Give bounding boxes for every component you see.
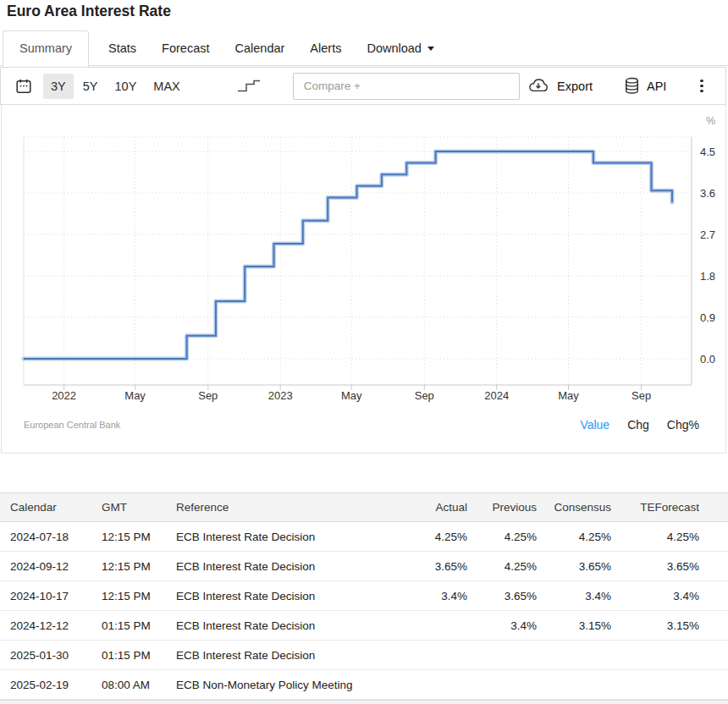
cell: 3.65% (388, 560, 467, 573)
cell: 08:00 AM (102, 679, 176, 691)
cell: 3.4% (388, 590, 467, 602)
cell: 3.15% (611, 619, 699, 632)
column-header-previous: Previous (467, 501, 537, 514)
table-row[interactable]: 2024-10-1712:15 PMECB Interest Rate Deci… (0, 581, 728, 611)
x-tick-label: Sep (415, 389, 434, 402)
y-tick-label: 1.8 (700, 270, 715, 283)
cell: 4.25% (537, 531, 611, 543)
step-line-icon[interactable] (237, 80, 261, 92)
cell: 2024-09-12 (0, 560, 102, 573)
chart-toolbar: 3Y5Y10YMAX Export API (0, 67, 726, 105)
export-button[interactable]: Export (527, 78, 593, 94)
column-header-actual: Actual (388, 501, 467, 514)
tab-calendar[interactable]: Calendar (223, 30, 298, 66)
api-label: API (647, 80, 666, 93)
cell: 01:15 PM (102, 649, 176, 662)
table-row[interactable]: 2025-02-1908:00 AMECB Non-Monetary Polic… (0, 670, 728, 700)
cell: 4.25% (611, 531, 699, 543)
cell: 2024-10-17 (0, 590, 102, 602)
x-tick-label: 2024 (484, 389, 509, 402)
x-tick-label: 2022 (52, 389, 76, 402)
tab-alerts[interactable]: Alerts (297, 30, 354, 66)
x-tick-label: Sep (631, 389, 651, 402)
y-axis-unit-label: % (706, 115, 715, 127)
cell: 2025-02-19 (0, 679, 102, 691)
tab-forecast[interactable]: Forecast (149, 30, 222, 66)
chart-link-value[interactable]: Value (580, 418, 609, 432)
table-header: CalendarGMTReferenceActualPreviousConsen… (0, 492, 728, 522)
cell: ECB Interest Rate Decision (176, 560, 388, 573)
x-tick-label: May (558, 389, 579, 402)
cell: ECB Interest Rate Decision (176, 531, 388, 543)
next-section-header-partial (0, 700, 728, 704)
cell: 12:15 PM (102, 560, 176, 573)
tab-download[interactable]: Download (354, 30, 447, 66)
x-tick-label: Sep (198, 389, 218, 402)
y-tick-label: 0.0 (700, 353, 715, 366)
chart-mode-links: ValueChgChg% (580, 418, 699, 432)
table-row[interactable]: 2025-01-3001:15 PMECB Interest Rate Deci… (0, 641, 728, 670)
x-tick-label: May (341, 389, 362, 402)
column-header-reference: Reference (176, 501, 388, 514)
y-tick-label: 3.6 (700, 187, 715, 200)
column-header-consensus: Consensus (537, 501, 611, 514)
tab-stats[interactable]: Stats (96, 30, 149, 66)
cell: 4.25% (467, 531, 537, 543)
range-buttons: 3Y5Y10YMAX (43, 74, 190, 99)
table-row[interactable]: 2024-07-1812:15 PMECB Interest Rate Deci… (0, 522, 728, 552)
chart-link-chg[interactable]: Chg (627, 418, 649, 432)
table-row[interactable]: 2024-09-1212:15 PMECB Interest Rate Deci… (0, 552, 728, 581)
chart-link-chgpct[interactable]: Chg% (667, 418, 699, 432)
cell: ECB Interest Rate Decision (176, 619, 388, 632)
range-button-3y[interactable]: 3Y (43, 74, 74, 99)
cell: 2024-12-12 (0, 619, 102, 632)
cell: 12:15 PM (102, 531, 176, 543)
tab-bar: SummaryStatsForecastCalendarAlertsDownlo… (0, 30, 728, 66)
kebab-menu-icon[interactable] (697, 76, 707, 96)
cell: ECB Interest Rate Decision (176, 590, 388, 602)
chart-source: European Central Bank (24, 420, 120, 430)
database-icon (624, 77, 640, 95)
y-tick-label: 2.7 (700, 228, 715, 241)
api-button[interactable]: API (624, 77, 666, 95)
tab-summary[interactable]: Summary (3, 30, 89, 67)
range-button-max[interactable]: MAX (146, 74, 187, 99)
column-header-calendar: Calendar (0, 501, 102, 514)
cell: 3.4% (611, 590, 699, 602)
cell: 4.25% (467, 560, 537, 573)
calendar-icon[interactable] (15, 78, 32, 95)
table-row[interactable]: 2024-12-1201:15 PMECB Interest Rate Deci… (0, 611, 728, 641)
step-line-halo (24, 151, 672, 359)
cell: 12:15 PM (102, 590, 176, 602)
x-tick-label: 2023 (268, 389, 293, 402)
chevron-down-icon (427, 47, 434, 51)
export-label: Export (557, 80, 593, 93)
compare-input[interactable] (293, 73, 520, 100)
cell: ECB Interest Rate Decision (176, 649, 388, 662)
column-header-gmt: GMT (102, 501, 176, 514)
y-tick-label: 0.9 (700, 311, 715, 324)
cell: 3.15% (537, 619, 611, 632)
cell: 3.65% (467, 590, 537, 602)
column-header-teforecast: TEForecast (611, 501, 699, 514)
cell: 3.65% (537, 560, 611, 573)
y-tick-label: 4.5 (700, 146, 715, 158)
cell: 2025-01-30 (0, 649, 102, 662)
chart-panel: 0.00.91.82.73.64.52022MaySep2023MaySep20… (1, 105, 726, 454)
cell: 3.4% (537, 590, 611, 602)
rate-chart[interactable]: 0.00.91.82.73.64.52022MaySep2023MaySep20… (1, 104, 728, 454)
cell: 01:15 PM (102, 619, 176, 632)
cell: 3.65% (611, 560, 699, 573)
step-line-series (24, 151, 672, 359)
range-button-10y[interactable]: 10Y (108, 74, 145, 99)
calendar-table: CalendarGMTReferenceActualPreviousConsen… (0, 492, 728, 700)
x-tick-label: May (124, 389, 146, 402)
cell: 3.4% (467, 619, 537, 632)
page-title: Euro Area Interest Rate (7, 3, 171, 20)
cloud-download-icon (527, 78, 550, 94)
cell: 2024-07-18 (0, 531, 102, 543)
range-button-5y[interactable]: 5Y (75, 74, 106, 99)
cell: 4.25% (388, 531, 467, 543)
cell: ECB Non-Monetary Policy Meeting (176, 679, 388, 691)
